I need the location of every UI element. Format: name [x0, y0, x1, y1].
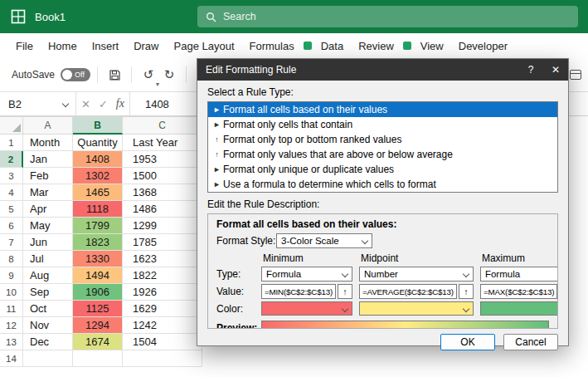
row-header[interactable]: 13 [0, 334, 23, 350]
formula-input[interactable]: 1408 [130, 92, 169, 115]
cancel-entry-icon[interactable]: ✕ [81, 98, 90, 110]
rule-type-option[interactable]: ► Use a formula to determine which cells… [208, 177, 557, 192]
cell-c3[interactable]: 1500 [123, 168, 202, 184]
row-header[interactable]: 6 [0, 218, 23, 234]
rule-type-option[interactable]: ↑ Format only top or bottom ranked value… [208, 132, 557, 147]
cell-a4[interactable]: Mar [23, 184, 73, 201]
format-style-dropdown[interactable]: 3-Color Scale [276, 233, 372, 248]
cell-c11[interactable]: 1629 [123, 301, 202, 317]
cell-b3[interactable]: 1302 [73, 168, 123, 184]
cell-a12[interactable]: Nov [23, 317, 73, 334]
cell-b12[interactable]: 1294 [73, 317, 123, 334]
cell-c13[interactable]: 1504 [123, 334, 202, 350]
cell-b13[interactable]: 1674 [73, 334, 123, 350]
cell-b9[interactable]: 1494 [73, 267, 123, 284]
cell-b10[interactable]: 1906 [73, 284, 123, 301]
column-header-c[interactable]: C [123, 116, 202, 135]
cell-a14[interactable] [23, 350, 73, 367]
cell-a9[interactable]: Aug [23, 267, 73, 284]
cell-c14[interactable] [123, 350, 202, 367]
cell-a2[interactable]: Jan [23, 151, 73, 168]
cell-c9[interactable]: 1822 [123, 267, 202, 284]
mid-color-dropdown[interactable] [359, 301, 474, 316]
cell-b7[interactable]: 1823 [73, 234, 123, 251]
mid-value-input[interactable]: =AVERAGE($C$2:$C$13) [359, 284, 457, 299]
cell-c10[interactable]: 1926 [123, 284, 202, 301]
cell-c5[interactable]: 1486 [123, 201, 202, 218]
cell-b5[interactable]: 1118 [73, 201, 123, 218]
close-icon[interactable]: ✕ [543, 59, 568, 81]
cell-a1[interactable]: Month [23, 135, 73, 151]
range-selector-button[interactable]: ↑ [338, 284, 352, 299]
row-header[interactable]: 4 [0, 184, 23, 201]
cell-c8[interactable]: 1623 [123, 251, 202, 267]
column-header-a[interactable]: A [23, 116, 73, 135]
name-box[interactable]: B2 [0, 92, 76, 115]
row-header[interactable]: 5 [0, 201, 23, 218]
select-all-button[interactable] [0, 116, 23, 135]
max-color-dropdown[interactable] [480, 301, 558, 316]
cell-a7[interactable]: Jun [23, 234, 73, 251]
row-header[interactable]: 12 [0, 317, 23, 334]
min-color-dropdown[interactable] [261, 301, 352, 316]
row-header[interactable]: 8 [0, 251, 23, 267]
menu-item-insert[interactable]: Insert [85, 33, 127, 58]
row-header[interactable]: 2 [0, 151, 23, 168]
range-selector-button[interactable]: ↑ [459, 284, 474, 299]
cell-a11[interactable]: Oct [23, 301, 73, 317]
row-header[interactable]: 9 [0, 267, 23, 284]
search-box[interactable]: Search [197, 6, 578, 27]
row-header[interactable]: 14 [0, 350, 23, 367]
excel-app-icon[interactable] [10, 8, 27, 25]
row-header[interactable]: 3 [0, 168, 23, 184]
row-header[interactable]: 7 [0, 234, 23, 251]
cell-c1[interactable]: Last Year [123, 135, 202, 151]
enter-entry-icon[interactable]: ✓ [99, 98, 108, 110]
min-value-input[interactable]: =MIN($C$2:$C$13) [261, 284, 336, 299]
save-icon[interactable] [104, 65, 124, 85]
max-value-input[interactable]: =MAX($C$2:$C$13) [480, 284, 557, 299]
menu-item-review[interactable]: Review [351, 33, 401, 58]
cell-b2[interactable]: 1408 [73, 151, 123, 168]
cell-c2[interactable]: 1953 [123, 151, 202, 168]
ok-button[interactable]: OK [440, 334, 495, 350]
cell-a8[interactable]: Jul [23, 251, 73, 267]
cell-b11[interactable]: 1125 [73, 301, 123, 317]
menu-item-formulas[interactable]: Formulas [242, 33, 302, 58]
cell-a6[interactable]: May [23, 218, 73, 234]
cell-b8[interactable]: 1330 [73, 251, 123, 267]
cell-a13[interactable]: Dec [23, 334, 73, 350]
redo-icon[interactable]: ↻ [159, 65, 179, 85]
min-type-dropdown[interactable]: Formula [261, 267, 352, 282]
rule-type-option[interactable]: ► Format only cells that contain [208, 117, 557, 132]
menu-item-home[interactable]: Home [41, 33, 85, 58]
rule-type-option[interactable]: ↑ Format only values that are above or b… [208, 147, 557, 162]
chevron-down-icon[interactable] [63, 101, 69, 107]
ribbon-display-options-icon[interactable] [570, 70, 581, 80]
row-header[interactable]: 10 [0, 284, 23, 301]
cell-c4[interactable]: 1368 [123, 184, 202, 201]
menu-item-view[interactable]: View [413, 33, 451, 58]
menu-item-draw[interactable]: Draw [126, 33, 166, 58]
row-header[interactable]: 11 [0, 301, 23, 317]
cell-b1[interactable]: Quantity [73, 135, 123, 151]
autosave-toggle[interactable]: Off [61, 68, 90, 81]
column-header-b[interactable]: B [73, 116, 123, 135]
menu-item-file[interactable]: File [8, 33, 41, 58]
max-type-dropdown[interactable]: Formula [480, 267, 558, 282]
cell-a5[interactable]: Apr [23, 201, 73, 218]
cell-c12[interactable]: 1242 [123, 317, 202, 334]
menu-item-page-layout[interactable]: Page Layout [167, 33, 242, 58]
insert-function-icon[interactable]: fx [116, 97, 124, 110]
help-button[interactable]: ? [518, 59, 543, 81]
mid-type-dropdown[interactable]: Number [359, 267, 474, 282]
menu-item-data[interactable]: Data [313, 33, 351, 58]
menu-item-developer[interactable]: Developer [451, 33, 515, 58]
cell-b4[interactable]: 1465 [73, 184, 123, 201]
cell-a3[interactable]: Feb [23, 168, 73, 184]
row-header[interactable]: 1 [0, 135, 23, 151]
cell-c7[interactable]: 1785 [123, 234, 202, 251]
dialog-titlebar[interactable]: Edit Formatting Rule ? ✕ [197, 59, 568, 81]
cell-c6[interactable]: 1299 [123, 218, 202, 234]
rule-type-option[interactable]: ► Format only unique or duplicate values [208, 162, 557, 177]
